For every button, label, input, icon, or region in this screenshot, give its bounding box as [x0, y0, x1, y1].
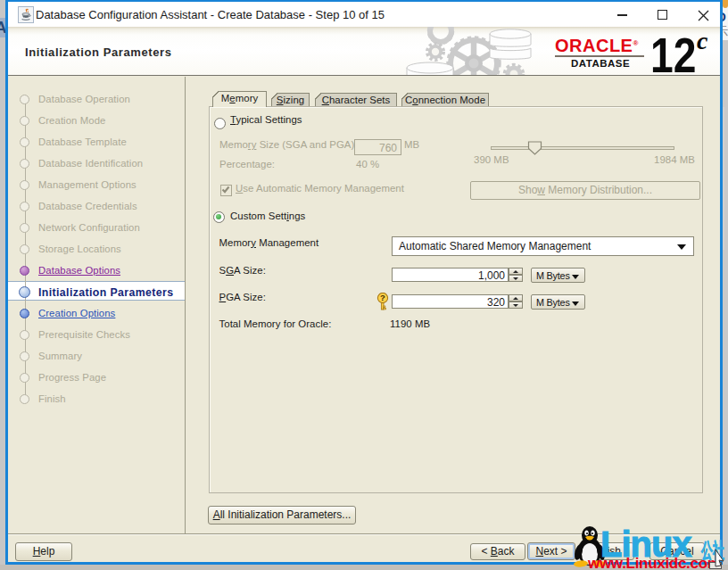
svg-text:?: ?	[380, 293, 385, 302]
